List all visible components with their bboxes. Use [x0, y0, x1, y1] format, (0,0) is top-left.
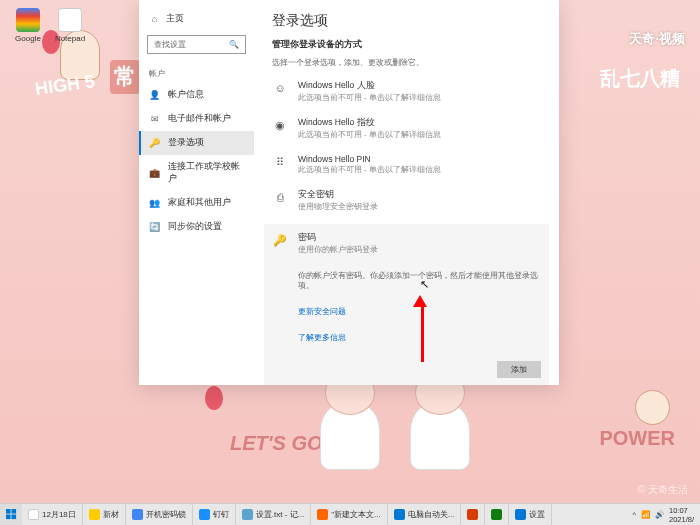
taskbar-item[interactable]: 开机密码锁 — [126, 504, 193, 525]
text-decoration: HIGH 5 — [34, 71, 96, 100]
nav-work-school[interactable]: 💼连接工作或学校帐户 — [139, 155, 254, 191]
nav-signin-options[interactable]: 🔑登录选项 — [139, 131, 254, 155]
volume-icon[interactable]: 🔊 — [655, 510, 664, 519]
chevron-up-icon[interactable]: ^ — [632, 510, 636, 519]
search-input[interactable]: 查找设置🔍 — [147, 35, 246, 54]
desktop-icon-notepad[interactable]: Notepad — [50, 8, 90, 43]
option-face[interactable]: ☺ Windows Hello 人脸此选项当前不可用 - 单击以了解详细信息 — [272, 78, 541, 105]
page-subtitle: 管理你登录设备的方式 — [272, 38, 541, 51]
dingtalk-icon — [199, 509, 210, 520]
section-label: 帐户 — [139, 60, 254, 83]
home-button[interactable]: ⌂主页 — [139, 8, 254, 29]
text-decoration: 乱七八糟 — [600, 65, 680, 92]
taskbar-item[interactable]: 12月18日 — [22, 504, 83, 525]
watermark: 天奇·视频 — [629, 30, 685, 48]
nav-account-info[interactable]: 👤帐户信息 — [139, 83, 254, 107]
windows-icon — [6, 509, 17, 520]
text-decoration: 常 — [110, 60, 140, 94]
taskbar-item[interactable]: 设置.txt - 记... — [236, 504, 311, 525]
pig-character — [400, 370, 480, 470]
learn-more-link[interactable]: 了解更多信息 — [298, 333, 541, 343]
taskbar-item[interactable]: 电脑自动关... — [388, 504, 462, 525]
usb-icon: ⎙ — [272, 189, 288, 205]
svg-rect-2 — [6, 515, 11, 520]
system-tray[interactable]: ^ 📶 🔊 10:072021/8/ — [626, 506, 700, 524]
option-pin[interactable]: ⠿ Windows Hello PIN此选项当前不可用 - 单击以了解详细信息 — [272, 152, 541, 177]
app-icon — [132, 509, 143, 520]
app-icon — [394, 509, 405, 520]
settings-icon — [515, 509, 526, 520]
sync-icon: 🔄 — [149, 222, 160, 233]
taskbar-item[interactable]: 钉钉 — [193, 504, 236, 525]
svg-rect-1 — [11, 509, 16, 514]
settings-sidebar: ⌂主页 查找设置🔍 帐户 👤帐户信息 ✉电子邮件和帐户 🔑登录选项 💼连接工作或… — [139, 0, 254, 385]
security-questions-link[interactable]: 更新安全问题 — [298, 307, 541, 317]
nav-email[interactable]: ✉电子邮件和帐户 — [139, 107, 254, 131]
fingerprint-icon: ◉ — [272, 117, 288, 133]
start-button[interactable] — [0, 504, 22, 526]
taskbar-item[interactable] — [485, 504, 509, 525]
nav-sync[interactable]: 🔄同步你的设置 — [139, 215, 254, 239]
taskbar-item[interactable]: "新建文本文... — [311, 504, 388, 525]
page-description: 选择一个登录选项，添加、更改或删除它。 — [272, 57, 541, 68]
family-icon: 👥 — [149, 198, 160, 209]
settings-window: ⌂主页 查找设置🔍 帐户 👤帐户信息 ✉电子邮件和帐户 🔑登录选项 💼连接工作或… — [139, 0, 559, 385]
face-icon: ☺ — [272, 80, 288, 96]
person-icon: 👤 — [149, 90, 160, 101]
pig-character — [310, 370, 390, 470]
fist-decoration — [635, 390, 670, 425]
desktop-icon-chrome[interactable]: Google — [8, 8, 48, 43]
option-security-key[interactable]: ⎙ 安全密钥使用物理安全密钥登录 — [272, 187, 541, 214]
pin-icon: ⠿ — [272, 154, 288, 170]
key-icon: 🔑 — [272, 232, 288, 248]
search-icon: 🔍 — [229, 40, 239, 49]
balloon-decoration — [205, 386, 223, 410]
calendar-icon — [28, 509, 39, 520]
option-password[interactable]: 🔑 密码使用你的帐户密码登录 你的帐户没有密码。你必须添加一个密码，然后才能使用… — [264, 224, 549, 385]
folder-icon — [89, 509, 100, 520]
taskbar-item[interactable]: 设置 — [509, 504, 552, 525]
text-decoration: POWER — [599, 427, 675, 450]
home-icon: ⌂ — [149, 13, 160, 24]
app-icon — [317, 509, 328, 520]
key-icon: 🔑 — [149, 138, 160, 149]
notepad-icon — [242, 509, 253, 520]
network-icon[interactable]: 📶 — [641, 510, 650, 519]
svg-rect-0 — [6, 509, 11, 514]
excel-icon — [491, 509, 502, 520]
page-title: 登录选项 — [272, 12, 541, 30]
taskbar: 12月18日 新材 开机密码锁 钉钉 设置.txt - 记... "新建文本文.… — [0, 503, 700, 525]
watermark: © 天奇生活 — [638, 483, 688, 497]
powerpoint-icon — [467, 509, 478, 520]
option-body-text: 你的帐户没有密码。你必须添加一个密码，然后才能使用其他登录选项。 — [298, 271, 541, 291]
taskbar-item[interactable] — [461, 504, 485, 525]
nav-family[interactable]: 👥家庭和其他用户 — [139, 191, 254, 215]
add-button[interactable]: 添加 — [497, 361, 541, 378]
option-fingerprint[interactable]: ◉ Windows Hello 指纹此选项当前不可用 - 单击以了解详细信息 — [272, 115, 541, 142]
briefcase-icon: 💼 — [149, 168, 160, 179]
taskbar-item[interactable]: 新材 — [83, 504, 126, 525]
settings-content: 登录选项 管理你登录设备的方式 选择一个登录选项，添加、更改或删除它。 ☺ Wi… — [254, 0, 559, 385]
svg-rect-3 — [11, 515, 16, 520]
mail-icon: ✉ — [149, 114, 160, 125]
